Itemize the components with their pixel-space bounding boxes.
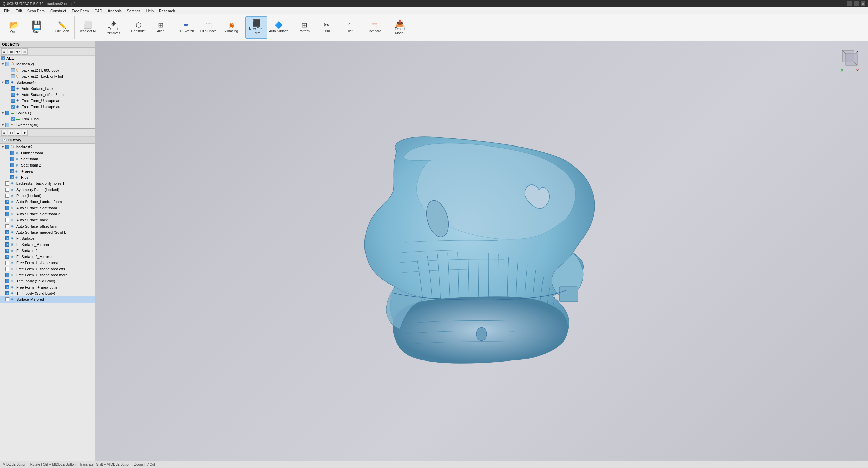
free-form-u2-cb[interactable]: ✓ bbox=[11, 105, 15, 109]
hist-item-free_form_u_off[interactable]: ◈Free Form_U shape area offs bbox=[0, 266, 95, 272]
deselect-all-button[interactable]: ⬜ Deselect All bbox=[77, 16, 98, 39]
trim-final-cb[interactable]: ✓ bbox=[11, 117, 15, 121]
hist-item-auto_offset[interactable]: ◈Auto Surface_offset 5mm bbox=[0, 223, 95, 229]
hist-item-trim_body2[interactable]: ✓◈Trim_body (Solid Body) bbox=[0, 290, 95, 296]
free-form-u-item[interactable]: ✓ ◈ Free Form_U shape area bbox=[0, 98, 95, 104]
objects-eye-btn[interactable]: 👁 bbox=[15, 48, 21, 55]
hist-item-backrest2_root[interactable]: ▼✓⬡backrest2 bbox=[0, 144, 95, 150]
surfaces-group[interactable]: ▼ ✓ ◈ Surfaces(4) bbox=[0, 79, 95, 85]
cb-auto_seat1[interactable]: ✓ bbox=[5, 206, 9, 210]
cb-trim_body2[interactable]: ✓ bbox=[5, 291, 9, 295]
cb-auto_back[interactable] bbox=[5, 218, 9, 222]
objects-grid-btn[interactable]: ⊞ bbox=[8, 48, 14, 55]
cb-trim_body[interactable]: ✓ bbox=[5, 279, 9, 283]
backrest2-item[interactable]: ⬡ backrest2 (T: 600 000) bbox=[0, 67, 95, 73]
extract-primitives-button[interactable]: ◈ Extract Primitives bbox=[102, 16, 124, 39]
cb-seat_foam_2[interactable]: ✓ bbox=[10, 163, 14, 167]
menu-file[interactable]: File bbox=[1, 8, 13, 14]
surfacing-button[interactable]: ◉ Surfacing bbox=[220, 16, 242, 39]
cb-free_form_u_merg[interactable]: ✓ bbox=[5, 273, 9, 277]
construct-button[interactable]: ⬡ Construct bbox=[127, 16, 149, 39]
cb-plane_locked[interactable] bbox=[5, 194, 9, 198]
menu-settings[interactable]: Settings bbox=[124, 8, 143, 14]
cb-auto_lumbar[interactable]: ✓ bbox=[5, 200, 9, 204]
hist-up-btn[interactable]: ▲ bbox=[15, 130, 21, 136]
hist-item-auto_seat1[interactable]: ✓◈Auto Surface_Seat foam 1 bbox=[0, 205, 95, 211]
cb-lumbar_foam[interactable]: ✓ bbox=[10, 151, 14, 155]
hist-item-auto_lumbar[interactable]: ✓◈Auto Surface_Lumbar foam bbox=[0, 199, 95, 205]
solids-group[interactable]: ▼ ✓ ▬ Solids(1) bbox=[0, 110, 95, 116]
trim-final-item[interactable]: ✓ ▬ Trim_Final bbox=[0, 116, 95, 122]
hist-item-free_form_u_merg[interactable]: ✓◈Free Form_U shape area merg bbox=[0, 272, 95, 278]
cb-backrest2_back[interactable] bbox=[5, 181, 9, 186]
cb-fit_surface_mirrored[interactable]: ✓ bbox=[5, 242, 9, 247]
close-button[interactable]: ✕ bbox=[861, 1, 865, 6]
minimize-button[interactable]: − bbox=[847, 1, 852, 6]
maximize-button[interactable]: □ bbox=[854, 1, 859, 6]
hist-item-auto_back[interactable]: ◈Auto Surface_back bbox=[0, 217, 95, 223]
objects-filter-btn[interactable]: ⊞ bbox=[22, 48, 28, 55]
cb-fit_surface_2[interactable]: ✓ bbox=[5, 249, 9, 253]
meshes-group[interactable]: ▼ ⬡ Meshes(2) bbox=[0, 61, 95, 67]
menu-cad[interactable]: CAD bbox=[92, 8, 105, 14]
hist-detail-btn[interactable]: ⊟ bbox=[8, 130, 14, 136]
hist-item-auto_seat2[interactable]: ✓◈Auto Surface_Seat foam 2 bbox=[0, 211, 95, 217]
menu-free-form[interactable]: Free Form bbox=[69, 8, 92, 14]
menu-construct[interactable]: Construct bbox=[47, 8, 69, 14]
backrest2back-cb[interactable] bbox=[11, 74, 15, 78]
export-model-button[interactable]: 📤 Export Model bbox=[389, 16, 411, 39]
cb-free_form_u_off[interactable] bbox=[5, 267, 9, 271]
objects-all-row[interactable]: ✓ ALL bbox=[0, 56, 95, 61]
backrest2back-item[interactable]: ⬡ backrest2 - back only hol bbox=[0, 73, 95, 79]
all-checkbox[interactable]: ✓ bbox=[1, 56, 5, 60]
viewport[interactable]: z y x bbox=[95, 41, 868, 461]
hist-item-auto_merged[interactable]: ✓◈Auto Surface_merged (Solid B bbox=[0, 229, 95, 235]
hist-item-fit_surface[interactable]: ✓◈Fit Surface bbox=[0, 235, 95, 241]
auto-back-item[interactable]: ✓ ◈ Auto Surface_back bbox=[0, 85, 95, 92]
cb-auto_offset[interactable] bbox=[5, 224, 9, 228]
meshes-cb[interactable] bbox=[5, 62, 9, 66]
menu-edit[interactable]: Edit bbox=[13, 8, 25, 14]
cb-auto_seat2[interactable]: ✓ bbox=[5, 212, 9, 216]
cb-fit_surface_2_mirrored[interactable]: ✓ bbox=[5, 255, 9, 259]
hist-item-free_form_area_cutter[interactable]: ✓◈Free Form_ ✦ area cutter bbox=[0, 284, 95, 290]
cb-free_form_u[interactable] bbox=[5, 261, 9, 265]
cb-auto_merged[interactable]: ✓ bbox=[5, 230, 9, 234]
cb-surface_mirrored[interactable] bbox=[5, 297, 9, 301]
save-button[interactable]: 💾 Save bbox=[26, 16, 47, 39]
menu-help[interactable]: Help bbox=[143, 8, 156, 14]
cb-free_form_area_cutter[interactable]: ✓ bbox=[5, 285, 9, 289]
solids-cb[interactable]: ✓ bbox=[5, 111, 9, 115]
hist-item-ribs[interactable]: ✓◈Ribs bbox=[0, 174, 95, 180]
auto-surface-button[interactable]: 🔷 Auto Surface bbox=[268, 16, 290, 39]
menu-analysis[interactable]: Analysis bbox=[105, 8, 124, 14]
surfaces-cb[interactable]: ✓ bbox=[5, 80, 9, 84]
pattern-button[interactable]: ⊞ Pattern bbox=[293, 16, 315, 39]
edit-scan-button[interactable]: ✏️ Edit Scan bbox=[51, 16, 73, 39]
backrest2-cb[interactable] bbox=[11, 68, 15, 72]
cb-seat_foam_1[interactable]: ✓ bbox=[10, 157, 14, 161]
hist-item-seat_foam_2[interactable]: ✓◈Seat foam 2 bbox=[0, 162, 95, 168]
hist-item-plane_locked[interactable]: ◈Plane (Locked) bbox=[0, 193, 95, 199]
sketches-group[interactable]: ▼ ✒ Sketches(30) bbox=[0, 122, 95, 128]
hist-item-symmetry_plane[interactable]: ◈Symmetry Plane (Locked) bbox=[0, 187, 95, 193]
hist-item-area[interactable]: ✓◈✦ area bbox=[0, 168, 95, 174]
objects-list-btn[interactable]: ≡ bbox=[1, 48, 7, 55]
align-button[interactable]: ⊞ Align bbox=[150, 16, 172, 39]
free-form-u2-item[interactable]: ✓ ◈ Free Form_U shape area bbox=[0, 104, 95, 110]
cb-area[interactable]: ✓ bbox=[10, 169, 14, 173]
hist-item-fit_surface_mirrored[interactable]: ✓◈Fit Surface_Mirrored bbox=[0, 241, 95, 248]
auto-offset-cb[interactable]: ✓ bbox=[11, 93, 15, 97]
auto-back-cb[interactable]: ✓ bbox=[11, 86, 15, 91]
hist-item-fit_surface_2_mirrored[interactable]: ✓◈Fit Surface 2_Mirrored bbox=[0, 254, 95, 260]
hist-item-backrest2_back[interactable]: ◈backrest2 - back only holes 1 bbox=[0, 180, 95, 187]
hist-down-btn[interactable]: ▼ bbox=[22, 130, 28, 136]
fit-surface-button[interactable]: ⬚ Fit Surface bbox=[198, 16, 219, 39]
cb-symmetry_plane[interactable] bbox=[5, 188, 9, 192]
hist-item-fit_surface_2[interactable]: ✓◈Fit Surface 2 bbox=[0, 248, 95, 254]
open-button[interactable]: 📂 Open bbox=[3, 16, 25, 39]
hist-item-trim_body[interactable]: ✓◈Trim_body (Solid Body) bbox=[0, 278, 95, 284]
auto-offset-item[interactable]: ✓ ◈ Auto Surface_offset 5mm bbox=[0, 92, 95, 98]
2d-sketch-button[interactable]: ✒ 2D Sketch bbox=[175, 16, 197, 39]
hist-item-lumbar_foam[interactable]: ✓◈Lumbar foam bbox=[0, 150, 95, 156]
